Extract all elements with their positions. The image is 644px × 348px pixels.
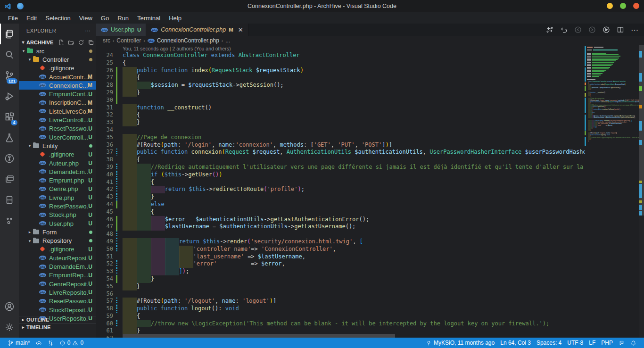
tree-file-userphp[interactable]: phpUser.phpU bbox=[19, 219, 96, 228]
overview-ruler-scrollbar[interactable] bbox=[639, 45, 644, 338]
line-number[interactable]: 33 bbox=[96, 119, 113, 126]
tree-file-inscriptionc[interactable]: phpInscriptionC...M bbox=[19, 99, 96, 107]
indentation-item[interactable]: Spaces: 4 bbox=[534, 338, 564, 348]
line-number[interactable]: 43 bbox=[96, 193, 113, 201]
line-number[interactable]: 51 bbox=[96, 253, 113, 261]
code-line[interactable]: 57 #[Route(path: '/logout', name: 'logou… bbox=[96, 298, 585, 305]
line-number[interactable]: 30 bbox=[96, 97, 113, 104]
minimap[interactable]: 24class ConnexionController extends Abst… bbox=[585, 45, 639, 338]
collapse-all-icon[interactable] bbox=[88, 39, 94, 46]
tree-file-gitignore[interactable]: .gitignore bbox=[19, 64, 96, 73]
code-line[interactable]: 46 $error = $authenticationUtils->getLas… bbox=[96, 216, 585, 224]
code-line[interactable]: 29 } bbox=[96, 89, 585, 97]
code-line[interactable]: 50 'controller_name'=> 'ConnexionControl… bbox=[96, 246, 585, 253]
line-number[interactable]: 56 bbox=[96, 290, 113, 298]
code-line[interactable]: 40 if ($this->getUser()) bbox=[96, 171, 585, 179]
code-line[interactable]: 27 { bbox=[96, 74, 585, 82]
code-line[interactable]: 42 return $this->redirectToRoute('profil… bbox=[96, 186, 585, 193]
breadcrumb-controller[interactable]: Controller bbox=[116, 37, 141, 44]
line-number[interactable]: 31 bbox=[96, 104, 113, 112]
code-line[interactable]: 38 { bbox=[96, 156, 585, 164]
code-line[interactable]: 48 bbox=[96, 231, 585, 238]
minimize-button[interactable] bbox=[607, 3, 613, 9]
code-line[interactable]: 43 } bbox=[96, 193, 585, 201]
code-line[interactable]: 59 { bbox=[96, 313, 585, 320]
line-number[interactable]: 52 bbox=[96, 260, 113, 268]
run-debug-icon[interactable] bbox=[0, 86, 19, 107]
horizontal-scrollbar[interactable] bbox=[96, 334, 585, 338]
line-number[interactable]: 54 bbox=[96, 275, 113, 283]
language-mode-item[interactable]: PHP bbox=[598, 338, 616, 348]
code-line[interactable]: 51 'last_username' => $lastUsername, bbox=[96, 253, 585, 261]
menu-item-edit[interactable]: Edit bbox=[22, 14, 41, 23]
line-number[interactable]: 34 bbox=[96, 126, 113, 134]
tree-file-gitignore[interactable]: .gitignoreU bbox=[19, 150, 96, 159]
previous-change-icon[interactable] bbox=[574, 26, 582, 33]
tab-user-php[interactable]: php User.php U bbox=[96, 24, 146, 36]
tree-file-livrephp[interactable]: phpLivre.phpU bbox=[19, 193, 96, 202]
code-line[interactable]: 32 { bbox=[96, 111, 585, 119]
tree-file-resetpasswo[interactable]: phpResetPasswo...U bbox=[19, 202, 96, 210]
line-number[interactable]: 47 bbox=[96, 223, 113, 231]
tree-file-genrereposit[interactable]: phpGenreReposit...U bbox=[19, 280, 96, 288]
menu-item-go[interactable]: Go bbox=[97, 14, 113, 23]
menu-item-selection[interactable]: Selection bbox=[41, 14, 74, 23]
code-line[interactable]: 55 } bbox=[96, 283, 585, 290]
line-number[interactable]: 42 bbox=[96, 186, 113, 193]
split-editor-icon[interactable] bbox=[617, 26, 624, 33]
line-number[interactable]: 36 bbox=[96, 141, 113, 149]
line-number[interactable]: 35 bbox=[96, 134, 113, 141]
outline-section[interactable]: ▸ OUTLINE bbox=[19, 316, 96, 323]
breadcrumb-file[interactable]: ConnexionController.php bbox=[157, 37, 219, 44]
breadcrumb-symbol[interactable]: ... bbox=[225, 37, 230, 44]
search-icon[interactable] bbox=[0, 44, 19, 65]
code-line[interactable]: 58 public function logout(): void bbox=[96, 305, 585, 313]
line-number[interactable]: 26 bbox=[96, 67, 113, 75]
line-number[interactable]: 46 bbox=[96, 216, 113, 224]
line-number[interactable]: 32 bbox=[96, 111, 113, 119]
tree-file-connexionc[interactable]: phpConnexionC...M bbox=[19, 81, 96, 90]
line-number[interactable]: 60 bbox=[96, 320, 113, 328]
discard-changes-icon[interactable] bbox=[560, 26, 568, 33]
line-number[interactable]: 53 bbox=[96, 268, 113, 275]
new-file-icon[interactable] bbox=[58, 39, 65, 46]
code-line[interactable]: 56 bbox=[96, 290, 585, 298]
code-line[interactable]: 49 return $this->render('security/connex… bbox=[96, 238, 585, 246]
tree-file-auteurphp[interactable]: phpAuteur.phpU bbox=[19, 159, 96, 167]
code-line[interactable]: 60 //throw new \LogicException('This met… bbox=[96, 320, 585, 328]
line-number[interactable]: 28 bbox=[96, 82, 113, 89]
next-change-icon[interactable] bbox=[588, 26, 596, 33]
line-number[interactable]: 39 bbox=[96, 164, 113, 171]
code-line[interactable]: 28 $session = $requestStack->getSession(… bbox=[96, 82, 585, 89]
eol-item[interactable]: LF bbox=[586, 338, 598, 348]
git-branch-item[interactable]: main* bbox=[5, 338, 33, 348]
line-number[interactable]: 59 bbox=[96, 313, 113, 320]
tree-file-resetpasswo[interactable]: phpResetPasswo...U bbox=[19, 124, 96, 133]
line-number[interactable]: 37 bbox=[96, 149, 113, 156]
line-number[interactable]: 24 bbox=[96, 52, 113, 59]
code-line[interactable]: 36 #[Route(path: '/login', name:'connexi… bbox=[96, 141, 585, 149]
maximize-button[interactable] bbox=[620, 3, 626, 9]
more-actions-icon[interactable]: ⋯ bbox=[631, 25, 638, 34]
explorer-more-actions[interactable]: ⋯ bbox=[85, 28, 91, 34]
breadcrumb-src[interactable]: src bbox=[103, 37, 110, 44]
tree-folder-controller[interactable]: ▾Controller bbox=[19, 55, 96, 64]
notifications-item[interactable] bbox=[627, 338, 639, 348]
project-manager-icon[interactable] bbox=[0, 210, 19, 231]
tree-file-stockreposit[interactable]: phpStockReposit...U bbox=[19, 306, 96, 314]
tree-file-genrephp[interactable]: phpGenre.phpU bbox=[19, 185, 96, 193]
new-folder-icon[interactable] bbox=[68, 39, 74, 46]
code-editor[interactable]: You, 11 seconds ago | 2 authors (You and… bbox=[96, 45, 585, 338]
line-number[interactable]: 57 bbox=[96, 298, 113, 305]
extensions-icon[interactable]: 4 bbox=[0, 107, 19, 127]
tree-file-livrecontroll[interactable]: phpLivreControll...U bbox=[19, 116, 96, 124]
line-number[interactable]: 25 bbox=[96, 59, 113, 67]
run-code-icon[interactable] bbox=[603, 26, 610, 33]
tree-file-resetpasswo[interactable]: phpResetPasswo...U bbox=[19, 297, 96, 306]
code-line[interactable]: 60 //throw new \LogicException('This met… bbox=[587, 137, 639, 138]
explorer-icon[interactable] bbox=[0, 24, 19, 44]
tree-folder-repository[interactable]: ▾Repository bbox=[19, 237, 96, 245]
testing-icon[interactable] bbox=[0, 127, 19, 148]
settings-gear-icon[interactable] bbox=[0, 317, 19, 338]
tree-file-listelivresco[interactable]: phpListeLivresCo...M bbox=[19, 107, 96, 116]
